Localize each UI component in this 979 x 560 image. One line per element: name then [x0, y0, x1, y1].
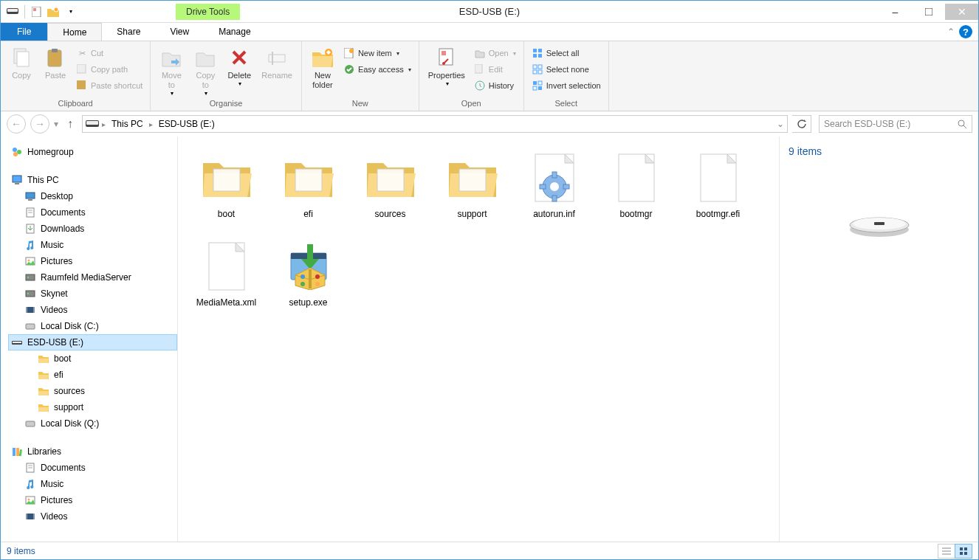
- nav-item-music[interactable]: Music: [8, 237, 177, 253]
- address-bar[interactable]: ▸ This PC ▸ ESD-USB (E:) ⌄: [82, 115, 788, 133]
- nav-item-documents[interactable]: Documents: [8, 204, 177, 221]
- tab-home[interactable]: Home: [47, 23, 102, 41]
- view-details-button[interactable]: [938, 544, 955, 559]
- homegroup-icon: [11, 146, 23, 158]
- file-name-label: setup.exe: [289, 297, 327, 308]
- tab-view[interactable]: View: [155, 23, 204, 41]
- file-item-autorun-inf[interactable]: autorun.inf: [513, 144, 595, 232]
- svg-rect-11: [77, 80, 86, 89]
- nav-item-esd-usb-e-[interactable]: ESD-USB (E:): [8, 334, 177, 350]
- breadcrumb-current[interactable]: ESD-USB (E:): [156, 117, 218, 131]
- delete-button[interactable]: Delete▾: [223, 44, 255, 89]
- nav-item-efi[interactable]: efi: [8, 367, 177, 383]
- nav-item-local-disk-c-[interactable]: Local Disk (C:): [8, 318, 177, 334]
- select-all-icon: [532, 47, 543, 59]
- breadcrumb-this-pc[interactable]: This PC: [109, 117, 146, 131]
- nav-library-documents[interactable]: Documents: [8, 460, 177, 476]
- navbar: ← → ▾ ↑ ▸ This PC ▸ ESD-USB (E:) ⌄ Searc…: [1, 111, 978, 136]
- statusbar: 9 items: [1, 542, 978, 559]
- paste-button[interactable]: Paste: [39, 44, 72, 82]
- new-folder-button[interactable]: New folder: [306, 44, 339, 91]
- invert-selection-button[interactable]: Invert selection: [529, 78, 604, 93]
- file-item-bootmgr[interactable]: bootmgr: [595, 144, 677, 232]
- new-folder-icon[interactable]: [47, 6, 59, 18]
- nav-homegroup[interactable]: Homegroup: [8, 144, 177, 160]
- address-dropdown-icon[interactable]: ⌄: [777, 119, 784, 129]
- tab-manage[interactable]: Manage: [204, 23, 265, 41]
- properties-button[interactable]: Properties▾: [424, 44, 470, 89]
- nav-library-pictures[interactable]: Pictures: [8, 492, 177, 508]
- open-button[interactable]: Open▾: [471, 46, 519, 61]
- select-none-button[interactable]: Select none: [529, 62, 604, 77]
- properties-icon: [435, 46, 458, 69]
- navigation-pane[interactable]: Homegroup This PC DesktopDocumentsDownlo…: [1, 136, 178, 542]
- up-button[interactable]: ↑: [63, 117, 78, 131]
- nav-item-boot[interactable]: boot: [8, 350, 177, 367]
- search-input[interactable]: Search ESD-USB (E:): [819, 115, 972, 133]
- svg-point-39: [13, 148, 17, 152]
- copy-button[interactable]: Copy: [5, 44, 38, 82]
- nav-item-skynet[interactable]: Skynet: [8, 286, 177, 302]
- history-icon: [474, 80, 486, 91]
- nav-library-videos[interactable]: Videos: [8, 508, 177, 525]
- svg-rect-76: [377, 169, 404, 191]
- rename-button[interactable]: Rename: [257, 44, 297, 82]
- copy-path-button[interactable]: Copy path: [73, 62, 145, 77]
- svg-rect-24: [538, 49, 542, 52]
- forward-button[interactable]: →: [30, 114, 49, 134]
- file-item-efi[interactable]: efi: [267, 144, 349, 232]
- main-area: Homegroup This PC DesktopDocumentsDownlo…: [1, 136, 978, 542]
- file-view[interactable]: bootefisourcessupportautorun.infbootmgrb…: [178, 136, 779, 542]
- file-item-mediameta-xml[interactable]: MediaMeta.xml: [185, 232, 267, 321]
- file-item-boot[interactable]: boot: [185, 144, 267, 232]
- nav-item-raumfeld-mediaserver[interactable]: Raumfeld MediaServer: [8, 269, 177, 286]
- file-item-sources[interactable]: sources: [349, 144, 431, 232]
- easy-access-button[interactable]: Easy access▾: [340, 62, 414, 77]
- refresh-button[interactable]: [792, 115, 811, 133]
- qat-dropdown-icon[interactable]: ▾: [65, 6, 77, 18]
- back-button[interactable]: ←: [7, 114, 26, 134]
- svg-rect-52: [26, 274, 35, 280]
- nav-this-pc[interactable]: This PC: [8, 172, 177, 188]
- file-item-setup-exe[interactable]: setup.exe: [267, 232, 349, 321]
- nav-item-label: Documents: [41, 463, 86, 473]
- maximize-button[interactable]: [912, 4, 945, 20]
- paste-shortcut-button[interactable]: Paste shortcut: [73, 78, 145, 93]
- edit-button[interactable]: Edit: [471, 62, 519, 77]
- help-icon[interactable]: ?: [959, 25, 972, 38]
- file-item-bootmgr-efi[interactable]: bootmgr.efi: [677, 144, 759, 232]
- view-icons-button[interactable]: [955, 544, 972, 559]
- collapse-ribbon-icon[interactable]: ⌃: [947, 27, 955, 37]
- nav-item-pictures[interactable]: Pictures: [8, 253, 177, 269]
- library-icon: [24, 462, 36, 474]
- properties-icon[interactable]: [31, 6, 43, 18]
- select-all-button[interactable]: Select all: [529, 46, 604, 61]
- edit-icon: [474, 63, 486, 75]
- file-icon: [197, 237, 256, 296]
- nav-item-videos[interactable]: Videos: [8, 302, 177, 318]
- nav-item-label: boot: [54, 353, 71, 364]
- nav-library-music[interactable]: Music: [8, 476, 177, 492]
- tab-share[interactable]: Share: [102, 23, 155, 41]
- window-title: ESD-USB (E:): [459, 6, 520, 17]
- file-item-support[interactable]: support: [431, 144, 513, 232]
- cut-button[interactable]: ✂Cut: [73, 46, 145, 61]
- nav-item-support[interactable]: support: [8, 399, 177, 415]
- contextual-tab-drive-tools[interactable]: Drive Tools: [176, 4, 240, 20]
- nav-item-desktop[interactable]: Desktop: [8, 188, 177, 204]
- svg-point-93: [300, 282, 305, 286]
- tab-file[interactable]: File: [1, 23, 47, 41]
- nav-item-sources[interactable]: sources: [8, 383, 177, 399]
- svg-rect-62: [26, 421, 35, 426]
- nav-item-local-disk-q[interactable]: Local Disk (Q:): [8, 415, 177, 432]
- new-item-button[interactable]: New item▾: [340, 46, 414, 61]
- move-to-button[interactable]: Move to▾: [155, 44, 188, 98]
- nav-libraries[interactable]: Libraries: [8, 443, 177, 460]
- copy-to-button[interactable]: Copy to▾: [189, 44, 221, 98]
- history-button[interactable]: History: [471, 78, 519, 93]
- minimize-button[interactable]: –: [879, 4, 912, 20]
- recent-dropdown-icon[interactable]: ▾: [54, 119, 58, 129]
- ribbon-group-clipboard: Copy Paste ✂Cut Copy path Paste shortcut…: [1, 41, 151, 111]
- close-button[interactable]: ✕: [945, 4, 978, 20]
- nav-item-downloads[interactable]: Downloads: [8, 221, 177, 237]
